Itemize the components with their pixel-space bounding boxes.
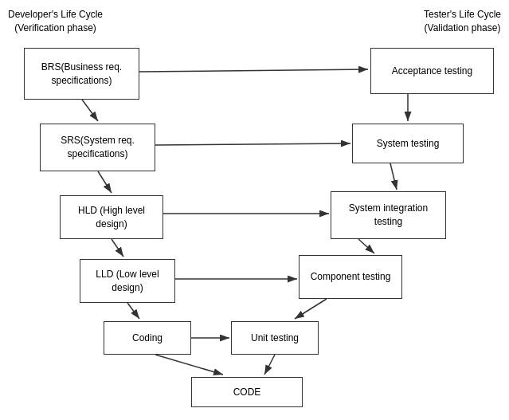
svg-line-11 xyxy=(264,355,275,375)
svg-line-4 xyxy=(127,303,139,319)
system-testing-box: System testing xyxy=(352,124,464,163)
svg-line-6 xyxy=(139,69,368,72)
svg-line-13 xyxy=(358,239,374,253)
svg-line-2 xyxy=(98,171,112,193)
header-left: Developer's Life Cycle (Verification pha… xyxy=(8,8,103,35)
coding-box: Coding xyxy=(104,321,191,355)
code-box: CODE xyxy=(191,377,303,407)
header-right: Tester's Life Cycle (Validation phase) xyxy=(424,8,501,35)
header-right-subtitle: (Validation phase) xyxy=(425,22,501,33)
svg-line-3 xyxy=(112,239,123,257)
svg-line-14 xyxy=(390,163,397,190)
component-box: Component testing xyxy=(299,255,402,299)
header-left-subtitle: (Verification phase) xyxy=(14,22,96,33)
unit-testing-box: Unit testing xyxy=(231,321,319,355)
svg-line-7 xyxy=(155,143,350,145)
acceptance-box: Acceptance testing xyxy=(370,48,494,94)
srs-box: SRS(System req. specifications) xyxy=(40,124,155,171)
svg-line-5 xyxy=(155,355,223,375)
diagram-container: Developer's Life Cycle (Verification pha… xyxy=(0,0,509,420)
header-left-title: Developer's Life Cycle xyxy=(8,9,103,20)
brs-box: BRS(Business req. specifications) xyxy=(24,48,139,100)
svg-line-1 xyxy=(82,100,98,121)
hld-box: HLD (High level design) xyxy=(60,195,163,239)
lld-box: LLD (Low level design) xyxy=(80,259,175,303)
header-right-title: Tester's Life Cycle xyxy=(424,9,501,20)
system-integration-box: System integration testing xyxy=(331,191,446,239)
svg-line-12 xyxy=(295,299,327,319)
